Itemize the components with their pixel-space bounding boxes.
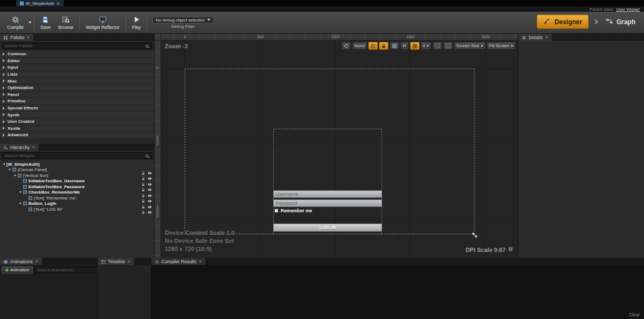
expand-caret-icon	[3, 133, 5, 137]
compiler-results-tab[interactable]: Compiler Results	[151, 258, 206, 265]
expand-caret-icon[interactable]	[18, 191, 23, 193]
ruler-number: 2000	[481, 35, 490, 39]
timeline-header: Timeline	[98, 258, 151, 265]
respect-locks-button[interactable]: R	[400, 42, 409, 50]
widget-reflector-button[interactable]: Widget Reflector	[82, 13, 123, 32]
hierarchy-row-editabletextbox-username[interactable]: EditableTextBox_Username	[0, 179, 154, 184]
lock-widgets-button[interactable]	[379, 42, 389, 50]
compile-options-caret-icon[interactable]	[28, 21, 32, 24]
search-icon	[145, 41, 150, 51]
hierarchy-tab[interactable]: Hierarchy	[0, 144, 39, 151]
text-block-icon	[28, 196, 32, 200]
expand-caret-icon[interactable]	[18, 203, 23, 204]
close-panel-icon[interactable]	[32, 146, 35, 149]
dpi-settings-gear-icon[interactable]	[508, 246, 514, 253]
refresh-icon	[343, 43, 349, 49]
hierarchy-search-input[interactable]	[4, 153, 143, 158]
password-textbox-preview[interactable]: Password	[273, 199, 382, 207]
palette-category-xsolla[interactable]: Xsolla	[0, 125, 154, 132]
save-button[interactable]: Save	[36, 13, 54, 32]
close-panel-icon[interactable]	[199, 260, 202, 263]
hierarchy-row-editabletextbox-password[interactable]: EditableTextBox_Password	[0, 184, 154, 190]
expand-caret-icon	[3, 100, 5, 103]
fill-screen-dropdown[interactable]: Fill Screen	[487, 42, 516, 50]
add-animation-button[interactable]: Animation	[2, 266, 33, 273]
menu-strip: Parent class: User Widget	[0, 6, 644, 12]
anchor-button[interactable]	[368, 42, 378, 50]
resize-handle-icon[interactable]	[471, 231, 478, 238]
plus-icon	[5, 268, 9, 272]
zoom-level-label: Zoom -3	[165, 43, 188, 49]
animations-search-input[interactable]	[37, 268, 96, 272]
palette-category-primitive[interactable]: Primitive	[0, 98, 154, 105]
widget-outline-button[interactable]	[390, 42, 399, 50]
grid-size-dropdown[interactable]: 4	[421, 42, 431, 50]
clear-log-button[interactable]: Clear	[629, 312, 640, 317]
remember-me-preview[interactable]: Remember me	[274, 208, 312, 213]
orientation-button[interactable]	[443, 42, 453, 50]
timeline-tab[interactable]: Timeline	[98, 258, 134, 265]
preview-background-button[interactable]	[433, 42, 442, 50]
username-textbox-preview[interactable]: Username	[273, 190, 382, 198]
hierarchy-row-button-login[interactable]: Button_LogIn	[0, 201, 154, 207]
palette-category-misc[interactable]: Misc	[0, 78, 154, 85]
close-panel-icon[interactable]	[128, 260, 131, 263]
details-tab[interactable]: Details	[518, 34, 552, 41]
hierarchy-row-checkbox-rememberme[interactable]: CheckBox_RememberMe	[0, 190, 154, 196]
palette-category-lists[interactable]: Lists	[0, 71, 154, 78]
graph-mode-button[interactable]: Graph	[602, 15, 639, 29]
palette-category-advanced[interactable]: Advanced	[0, 132, 154, 139]
checkbox-icon[interactable]	[274, 209, 279, 213]
palette-search-input[interactable]	[4, 43, 143, 48]
browse-icon	[62, 16, 70, 24]
palette-category-synth[interactable]: Synth	[0, 112, 154, 118]
palette-header: Palette	[0, 34, 154, 41]
button-widget-icon	[23, 202, 27, 205]
visibility-eye-icon[interactable]	[148, 207, 152, 217]
screen-size-dropdown[interactable]: Screen Size	[454, 42, 486, 50]
graph-icon	[605, 17, 613, 27]
details-header: Details	[518, 34, 644, 41]
play-button[interactable]: Play	[128, 13, 145, 32]
lock-icon[interactable]	[141, 207, 145, 217]
palette-category-special-effects[interactable]: Special Effects	[0, 105, 154, 112]
widget-blueprint-icon	[20, 2, 24, 5]
palette-category-common[interactable]: Common	[0, 51, 154, 58]
palette-tab[interactable]: Palette	[0, 34, 33, 41]
hierarchy-row-text-log-in[interactable]: [Text] "LOG IN"	[0, 206, 154, 212]
expand-caret-icon[interactable]	[13, 175, 17, 176]
preview-state-dropdown[interactable]: None	[352, 42, 367, 50]
animations-tab[interactable]: Animations	[0, 258, 42, 265]
expand-caret-icon	[3, 59, 5, 62]
debug-object-dropdown[interactable]: No debug object selected	[152, 17, 213, 24]
hierarchy-row-w-simpleauth[interactable]: [W_SimpleAuth]	[0, 161, 154, 167]
close-panel-icon[interactable]	[35, 260, 39, 263]
compile-button[interactable]: Compile	[3, 13, 27, 32]
text-block-icon	[28, 207, 32, 211]
palette-category-optimization[interactable]: Optimization	[0, 85, 154, 92]
parent-class-link[interactable]: User Widget	[616, 7, 640, 12]
expand-caret-icon[interactable]	[2, 164, 6, 165]
table-icon	[392, 43, 397, 49]
hierarchy-row-canvas-panel[interactable]: [Canvas Panel]	[0, 167, 154, 173]
palette-category-input[interactable]: Input	[0, 64, 154, 71]
palette-category-editor[interactable]: Editor	[0, 58, 154, 65]
expand-caret-icon	[3, 66, 5, 69]
palette-category-user-created[interactable]: User Created	[0, 118, 154, 125]
snap-grid-button[interactable]	[410, 42, 420, 50]
dpi-scale: DPI Scale 0.67	[465, 246, 514, 253]
login-button-preview[interactable]: LOG IN	[273, 224, 382, 232]
vertical-box-outline[interactable]	[273, 129, 382, 234]
hierarchy-row-text-remember-me[interactable]: [Text] "Remember me"	[0, 195, 154, 201]
expand-caret-icon[interactable]	[8, 169, 12, 170]
localization-preview-button[interactable]	[341, 42, 351, 50]
close-tab-icon[interactable]	[56, 2, 60, 5]
canvas-viewport[interactable]: Username Password Remember me LOG IN Zoo…	[161, 40, 518, 258]
designer-mode-button[interactable]: Designer	[537, 14, 588, 29]
close-panel-icon[interactable]	[545, 36, 548, 39]
palette-category-panel[interactable]: Panel	[0, 92, 154, 99]
close-panel-icon[interactable]	[27, 36, 30, 39]
document-tab[interactable]: W_SimpleAuth	[16, 0, 64, 6]
hierarchy-row-vertical-box[interactable]: [Vertical Box]	[0, 173, 154, 179]
browse-button[interactable]: Browse	[55, 13, 77, 32]
